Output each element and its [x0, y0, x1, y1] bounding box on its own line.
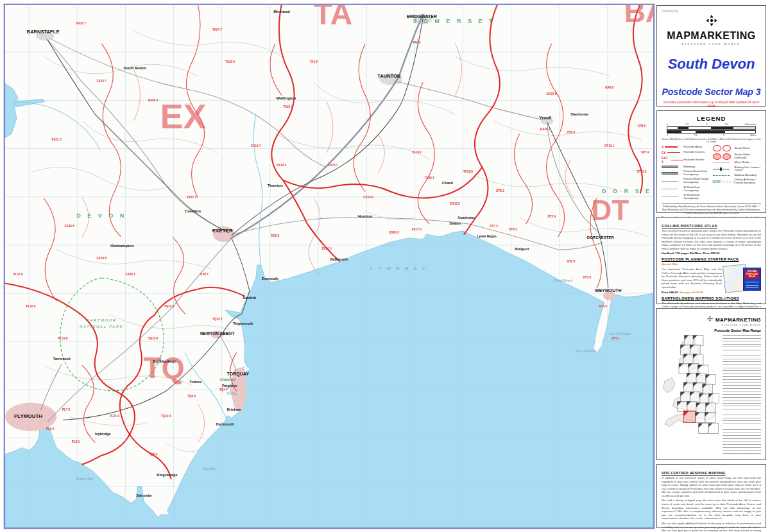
atlas-price: Hardback 176 pages 50x38cm. Price £50.00	[662, 252, 761, 255]
legend-glyph-primary-single	[662, 181, 683, 182]
sea-english-channel	[5, 231, 653, 528]
legend-item: Minor Roads	[713, 161, 762, 164]
legend-item-label: Postcode Sectors	[683, 159, 705, 162]
legend-glyph-railway	[713, 169, 735, 169]
town-label: Axminster	[458, 216, 475, 219]
legend-fine-print-1: Published by: Map Marketing Ltd, Seven B…	[662, 205, 761, 215]
scale-text: Scale 1:160,000 1cm = 1.6 Kilometres 1 i…	[662, 138, 761, 143]
postcode-sector-label: DT7 3	[490, 225, 498, 228]
postcode-sector-label: TA24 7	[212, 28, 222, 31]
starter-price: Price £86.00	[662, 291, 678, 294]
town-label: NEWTON ABBOT	[200, 331, 234, 336]
brand-tagline: DISCOVER YOUR WORLD	[662, 42, 761, 46]
legend-item-label: 'B' Road Dual Carriageway	[683, 194, 710, 200]
postcode-sector-label: DT2 9	[547, 215, 556, 218]
town-label: Dawlish	[243, 296, 256, 300]
products-panel: COLLINS POSTCODE ATLAS This excellent bu…	[656, 217, 766, 304]
postcode-sector-label: DT8 3	[496, 189, 504, 193]
town-label: Salcombe	[137, 493, 152, 497]
national-park-label: DARTMOOR	[87, 318, 117, 322]
torbay-label: TORBAY	[219, 377, 236, 382]
legend-items: SPostcode AreasEXPostcode DistrictsEX1 1…	[662, 145, 761, 202]
town-label: Chard	[442, 181, 454, 185]
postcode-sector-label: PL19 8	[58, 337, 68, 340]
bespoke-p2: We hold a library of digital map files t…	[662, 499, 761, 520]
legend-item-label: Primary Route Dual Carriageway	[683, 170, 710, 176]
postcode-sector-label: PL7 3	[62, 408, 71, 411]
postcode-sector-label: EX14 9	[364, 196, 374, 199]
town-label: DORCHESTER	[587, 236, 615, 239]
map-range-list	[723, 335, 761, 454]
town-label: Exmouth	[262, 277, 278, 280]
bartholomew-heading: BARTHOLOMEW MAPPING SOLUTIONS	[662, 296, 761, 300]
postcode-sector-label: EX10 0	[321, 247, 332, 250]
sea-label: Tor Bay	[226, 391, 237, 395]
legend-glyph-areas: S	[662, 145, 683, 149]
postcode-sector-label: DT11 0	[637, 170, 647, 173]
town-label: BARNSTAPLE	[27, 29, 60, 35]
bespoke-heading: SITE CENTRED BESPOKE MAPPING	[662, 471, 761, 475]
postcode-sector-label: TQ13 9	[148, 337, 158, 340]
postcode-area-label: DT	[591, 194, 629, 226]
legend-item: Sector Rural	[713, 145, 762, 151]
town-label: Kingsbridge	[157, 473, 177, 477]
postcode-sector-label: EX31 3	[52, 138, 62, 141]
legend-title: LEGEND	[662, 115, 761, 122]
county-label: D E V O N	[76, 212, 126, 219]
town-label: Seaton	[449, 221, 461, 225]
motorway-m5	[232, 14, 424, 238]
postcode-sector-label: BA8 0	[605, 86, 613, 89]
legend-item-label: Minor Roads	[735, 161, 750, 164]
legend-glyph-minor	[713, 162, 735, 163]
postcode-sector-label: EX38 8	[65, 225, 75, 228]
brand-name: MAPMARKETING	[662, 30, 761, 42]
legend-glyph-sectors: EX1 1	[662, 156, 683, 164]
map-title: South Devon	[662, 56, 761, 73]
index-logo: MAPMARKETING DISCOVER YOUR WORLD	[662, 313, 761, 327]
sidebar: Published by MAPMARKETING DISCOVER YOUR …	[656, 5, 766, 532]
postcode-sector-label: EX15 1	[328, 164, 338, 167]
postcode-area-label: TA	[314, 5, 353, 31]
legend-item: Motorway	[662, 166, 710, 169]
town-label: Ivybridge	[95, 432, 110, 436]
postcode-sector-label: TQ9 6	[187, 395, 196, 399]
sea-layer	[5, 83, 653, 528]
legend-glyph-districts: EX	[662, 151, 683, 155]
town-label: Sidmouth	[330, 257, 348, 261]
legend-item: Railway line / station / Tunnel	[713, 166, 762, 173]
legend-item: Sector Urban (selected)	[713, 153, 762, 160]
postcode-sector-label: SP7 9	[641, 151, 649, 154]
postcode-sector-label: TA4 2	[310, 60, 318, 64]
postcode-sector-label: TA6 5	[413, 41, 421, 44]
sea-label: Isle of Portland	[609, 332, 631, 336]
postcode-sector-label: TA20 3	[425, 176, 434, 180]
published-by-label: Published by	[662, 10, 678, 13]
legend-divider	[662, 203, 761, 204]
index-brand: MAPMARKETING	[715, 317, 761, 323]
postcode-area-label: TQ	[143, 351, 184, 384]
index-logo-icon	[707, 316, 713, 322]
postcode-sector-label: EX13 5	[450, 202, 461, 205]
sea-label: Start Bay	[203, 467, 216, 470]
postcode-sector-label: DT5 1	[612, 337, 620, 340]
legend-item: National Boundary	[713, 174, 762, 177]
scalebar-km	[667, 126, 756, 130]
legend-glyph-b-road	[662, 196, 683, 197]
postcode-sector-label: TA18 8	[463, 170, 473, 173]
atlas-text: This excellent business planning atlas s…	[662, 229, 761, 250]
title-panel: Published by MAPMARKETING DISCOVER YOUR …	[656, 5, 766, 107]
town-label: Wellington	[277, 96, 296, 100]
postcode-sector-label: EX32 7	[97, 80, 107, 83]
postcode-sector-label: TQ10 9	[161, 415, 171, 418]
town-label: TORQUAY	[227, 372, 250, 377]
legend-glyph-a-road	[662, 189, 683, 189]
county-label: D O R S E T	[602, 188, 653, 194]
town-label: Lyme Regis	[477, 234, 497, 238]
national-park-label: NATIONAL PARK	[80, 325, 123, 329]
postcode-sector-label: DT4 9	[599, 305, 608, 308]
postcode-sector-label: PL16 0	[26, 305, 36, 308]
county-label: S O M E R S E T	[413, 18, 495, 24]
postcode-sector-label: DT10 1	[604, 144, 615, 148]
legend-glyph-rural	[713, 145, 735, 151]
postcode-sector-label: TQ13 8	[164, 305, 175, 308]
